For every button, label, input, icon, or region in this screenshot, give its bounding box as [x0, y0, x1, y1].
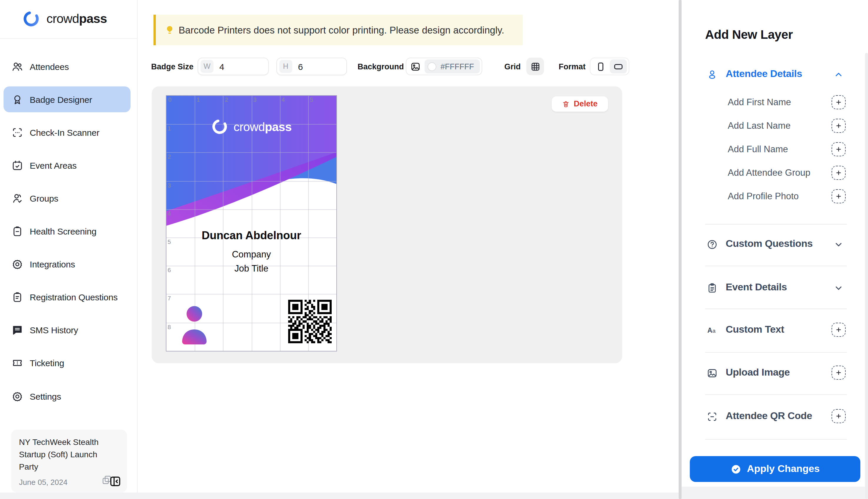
- sidebar-item-label: Registration Questions: [30, 292, 118, 302]
- sidebar-item-groups[interactable]: Groups: [3, 185, 130, 211]
- add-add-first-name-button[interactable]: [831, 95, 845, 109]
- sidebar-item-ticketing[interactable]: Ticketing: [3, 350, 130, 376]
- grid-toggle-button[interactable]: [526, 58, 544, 75]
- attendee-item-label: Add Attendee Group: [728, 168, 810, 178]
- clipboard-icon: [706, 282, 718, 294]
- grid-hline: [166, 181, 336, 181]
- format-label: Format: [559, 62, 586, 71]
- image-icon: [706, 367, 718, 379]
- add-add-attendee-group-button[interactable]: [831, 166, 845, 180]
- qr-code-layer[interactable]: [288, 300, 331, 343]
- width-prefix: W: [201, 60, 214, 73]
- plus-icon: [834, 412, 842, 420]
- job-title-layer[interactable]: Job Title: [166, 263, 336, 274]
- divider: [705, 394, 847, 395]
- event-card[interactable]: NY TechWeek Stealth Startup (Soft) Launc…: [11, 430, 127, 492]
- gear-icon: [11, 258, 23, 270]
- badge-preview[interactable]: 01234512345678 crowdpass Duncan Abdelnou…: [166, 95, 337, 352]
- company-layer[interactable]: Company: [166, 249, 336, 259]
- sidebar-item-sms-history[interactable]: SMS History: [3, 317, 130, 343]
- custom-questions-label: Custom Questions: [726, 238, 813, 250]
- svg-text:a: a: [712, 328, 716, 334]
- format-landscape-button[interactable]: [610, 59, 627, 73]
- ticket-icon: [11, 357, 23, 369]
- event-title: NY TechWeek Stealth Startup (Soft) Launc…: [19, 436, 107, 473]
- sidebar-item-badge-designer[interactable]: Badge Designer: [3, 86, 130, 112]
- trash-icon: [562, 100, 570, 108]
- badge-height-input[interactable]: [297, 61, 340, 72]
- section-event-details[interactable]: Event Details: [681, 278, 868, 298]
- color-swatch[interactable]: [427, 62, 436, 71]
- format-portrait-button[interactable]: [592, 59, 609, 73]
- badge-logo-layer[interactable]: crowdpass: [166, 118, 336, 135]
- grid-hline: [166, 209, 336, 210]
- design-canvas[interactable]: Delete 01234512345678: [152, 86, 622, 363]
- sidebar-item-attendees[interactable]: Attendees: [3, 53, 130, 80]
- background-control[interactable]: #FFFFFF: [406, 58, 482, 75]
- section-custom-text[interactable]: Aa Custom Text: [681, 320, 868, 340]
- ruler-label-left: 4: [168, 210, 171, 217]
- groups-icon: [11, 192, 23, 205]
- image-icon[interactable]: [410, 61, 421, 72]
- chevron-down-icon[interactable]: [832, 281, 845, 294]
- ruler-label-top: 5: [310, 96, 313, 103]
- add-add-full-name-button[interactable]: [831, 142, 845, 156]
- attendee-item-label: Add Full Name: [728, 144, 788, 155]
- custom-text-label: Custom Text: [726, 324, 784, 336]
- attendees-icon: [11, 60, 23, 73]
- apply-changes-button[interactable]: Apply Changes: [690, 456, 860, 482]
- sidebar-item-label: SMS History: [30, 325, 78, 335]
- add-add-last-name-button[interactable]: [831, 119, 845, 133]
- panel-scrollbar[interactable]: [679, 0, 681, 499]
- background-hex: #FFFFFF: [441, 62, 474, 71]
- sidebar-item-integrations[interactable]: Integrations: [3, 251, 130, 277]
- badge-width-input[interactable]: [218, 61, 262, 72]
- sidebar-item-label: Settings: [30, 391, 61, 401]
- page-scrollbar[interactable]: [865, 53, 868, 499]
- grid-hline: [166, 294, 336, 295]
- section-attendee-details[interactable]: Attendee Details: [681, 65, 868, 85]
- add-custom-text-button[interactable]: [831, 323, 845, 337]
- attendee-item-row: Add Attendee Group: [681, 163, 868, 183]
- add-add-profile-photo-button[interactable]: [831, 189, 845, 203]
- ruler-label-left: 8: [168, 324, 171, 330]
- brand-suffix: pass: [79, 12, 107, 26]
- plus-icon: [834, 192, 842, 200]
- delete-label: Delete: [574, 100, 598, 108]
- attendee-name-layer[interactable]: Duncan Abdelnour: [166, 229, 336, 242]
- warning-banner: Barcode Printers does not support color …: [154, 15, 523, 46]
- collapse-sidebar-icon[interactable]: [109, 475, 122, 488]
- height-prefix: H: [279, 60, 292, 73]
- badge-icon: [11, 93, 23, 106]
- sidebar-item-label: Check-In Scanner: [30, 127, 99, 137]
- badge-brand-prefix: crowd: [233, 120, 265, 133]
- plus-icon: [834, 326, 842, 334]
- divider: [705, 352, 847, 353]
- add-qr-code-button[interactable]: [831, 409, 845, 423]
- attendee-item-row: Add First Name: [681, 93, 868, 113]
- section-upload-image[interactable]: Upload Image: [681, 363, 868, 383]
- sidebar-item-health-screening[interactable]: Health Screening: [3, 218, 130, 244]
- person-icon: [706, 69, 718, 81]
- delete-button[interactable]: Delete: [551, 96, 608, 112]
- chevron-up-icon[interactable]: [832, 68, 845, 81]
- sidebar-item-label: Health Screening: [30, 226, 96, 236]
- sidebar-item-settings[interactable]: Settings: [3, 383, 130, 409]
- profile-photo-layer[interactable]: [178, 303, 211, 344]
- sidebar-item-registration-questions[interactable]: Registration Questions: [3, 284, 130, 310]
- background-color-pill[interactable]: #FFFFFF: [425, 60, 480, 73]
- ruler-label-top: 1: [196, 96, 200, 103]
- plus-icon: [834, 98, 842, 106]
- upload-image-button[interactable]: [831, 366, 845, 380]
- banner-text: Barcode Printers does not support color …: [179, 25, 504, 36]
- divider: [705, 224, 847, 224]
- attendee-item-label: Add First Name: [728, 97, 791, 108]
- sidebar-item-check-in-scanner[interactable]: Check-In Scanner: [3, 119, 130, 145]
- grid-label: Grid: [504, 62, 521, 71]
- section-custom-questions[interactable]: Custom Questions: [681, 234, 868, 255]
- chevron-down-icon[interactable]: [832, 238, 845, 251]
- sidebar-item-event-areas[interactable]: Event Areas: [3, 153, 130, 178]
- background-label: Background: [358, 62, 404, 71]
- section-attendee-qr[interactable]: Attendee QR Code: [681, 407, 868, 427]
- text-icon: Aa: [706, 325, 718, 336]
